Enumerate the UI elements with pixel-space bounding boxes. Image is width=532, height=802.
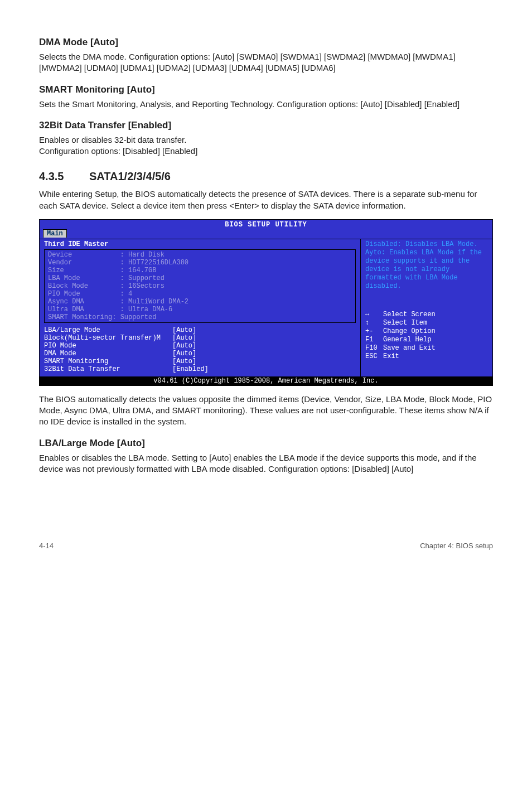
nav-text-0: Select Screen bbox=[383, 311, 436, 319]
section-title: SATA1/2/3/4/5/6 bbox=[89, 170, 171, 182]
info-v-5: 4 bbox=[128, 290, 132, 298]
bios-footer: v04.61 (C)Copyright 1985-2008, American … bbox=[40, 376, 492, 385]
bios-left-pane: Third IDE Master Device : Hard Disk Vend… bbox=[40, 239, 361, 376]
info-v-8: Supported bbox=[120, 313, 157, 321]
section-intro: While entering Setup, the BIOS automatic… bbox=[39, 189, 493, 211]
opt-pio[interactable]: PIO Mode[Auto] bbox=[44, 342, 356, 350]
heading-smart-monitoring: SMART Monitoring [Auto] bbox=[39, 84, 493, 95]
heading-dma-mode: DMA Mode [Auto] bbox=[39, 37, 493, 48]
bios-screenshot: BIOS SETUP UTILITY Main Third IDE Master… bbox=[39, 219, 493, 386]
bios-device-info: Device : Hard Disk Vendor : HDT722516DLA… bbox=[44, 249, 356, 323]
opt-block[interactable]: Block(Multi-sector Transfer)M[Auto] bbox=[44, 334, 356, 342]
bios-help-text: Disabled: Disables LBA Mode.Ayto: Enable… bbox=[365, 240, 488, 291]
arrow-lr-icon: ↔ bbox=[365, 311, 383, 319]
f1-key: F1 bbox=[365, 336, 383, 344]
bios-tab-main[interactable]: Main bbox=[43, 229, 67, 238]
section-heading: 4.3.5SATA1/2/3/4/5/6 bbox=[39, 170, 493, 183]
info-v-2: 164.7GB bbox=[128, 267, 156, 274]
arrow-ud-icon: ↕ bbox=[365, 319, 383, 327]
bios-title: BIOS SETUP UTILITY bbox=[40, 220, 492, 229]
chapter-title: Chapter 4: BIOS setup bbox=[420, 542, 493, 550]
plusminus-icon: +- bbox=[365, 327, 383, 336]
info-k-0: Device : bbox=[48, 251, 128, 259]
bios-options: LBA/Large Mode[Auto] Block(Multi-sector … bbox=[44, 326, 356, 373]
info-v-4: 16Sectors bbox=[128, 282, 165, 290]
text-lba-large: Enables or disables the LBA mode. Settin… bbox=[39, 452, 493, 475]
opt-32bit[interactable]: 32Bit Data Transfer[Enabled] bbox=[44, 365, 356, 373]
text-smart-monitoring: Sets the Smart Monitoring, Analysis, and… bbox=[39, 99, 493, 110]
text-32bit-1: Enables or disables 32-bit data transfer… bbox=[39, 134, 493, 146]
section-number: 4.3.5 bbox=[39, 170, 89, 183]
bios-subheader: Third IDE Master bbox=[44, 240, 356, 248]
text-32bit-2: Configuration options: [Disabled] [Enabl… bbox=[39, 146, 493, 157]
bios-right-pane: Disabled: Disables LBA Mode.Ayto: Enable… bbox=[361, 239, 492, 376]
opt-dma[interactable]: DMA Mode[Auto] bbox=[44, 350, 356, 357]
nav-text-1: Select Item bbox=[383, 319, 427, 327]
after-bios-text: The BIOS automatically detects the value… bbox=[39, 394, 493, 428]
opt-smart[interactable]: SMART Monitoring[Auto] bbox=[44, 357, 356, 365]
page-number: 4-14 bbox=[39, 542, 54, 550]
info-v-3: Supported bbox=[128, 274, 165, 282]
text-dma-mode: Selects the DMA mode. Configuration opti… bbox=[39, 51, 493, 74]
esc-key: ESC bbox=[365, 352, 383, 361]
heading-lba-large: LBA/Large Mode [Auto] bbox=[39, 438, 493, 449]
info-v-7: Ultra DMA-6 bbox=[128, 306, 172, 313]
heading-32bit-transfer: 32Bit Data Transfer [Enabled] bbox=[39, 120, 493, 131]
info-v-1: HDT722516DLA380 bbox=[128, 259, 188, 267]
nav-text-4: Save and Exit bbox=[383, 344, 436, 352]
info-v-0: Hard Disk bbox=[128, 251, 165, 259]
nav-text-2: Change Option bbox=[383, 327, 436, 336]
bios-nav-keys: ↔Select Screen ↕Select Item +-Change Opt… bbox=[365, 311, 488, 361]
f10-key: F10 bbox=[365, 344, 383, 352]
nav-text-5: Exit bbox=[383, 352, 399, 361]
info-v-6: MultiWord DMA-2 bbox=[128, 298, 188, 306]
nav-text-3: General Help bbox=[383, 336, 431, 344]
opt-lba-large[interactable]: LBA/Large Mode[Auto] bbox=[44, 326, 356, 334]
